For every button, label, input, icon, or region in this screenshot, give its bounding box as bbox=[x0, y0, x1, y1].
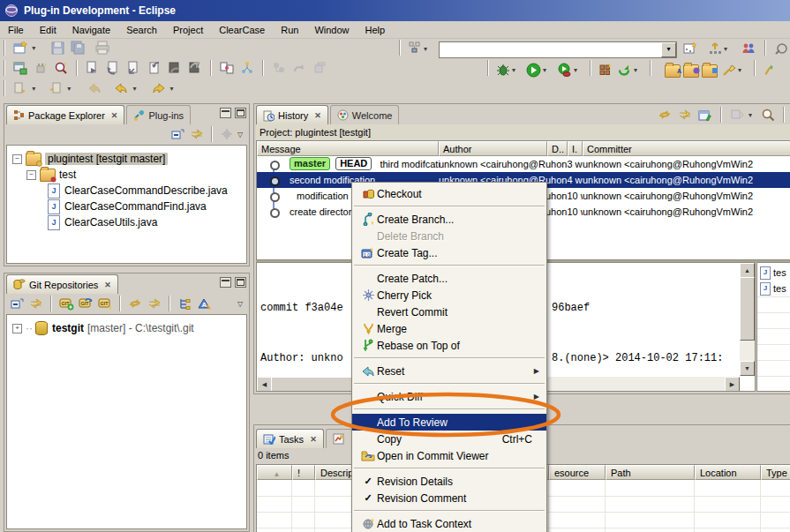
menu-item-create-patch[interactable]: Create Patch... bbox=[352, 270, 546, 287]
column-header-message[interactable]: Message bbox=[257, 141, 439, 156]
refresh-icon[interactable] bbox=[657, 107, 673, 123]
menu-item-checkout[interactable]: Checkout bbox=[352, 185, 546, 202]
tree-item-file[interactable]: J ClearCaseUtils.java bbox=[48, 214, 157, 230]
new-wizard-dropdown-icon[interactable]: ▾ bbox=[32, 44, 40, 52]
tree-item-file[interactable]: J ClearCaseCommandFind.java bbox=[48, 199, 207, 214]
column-header-id[interactable]: I. bbox=[568, 141, 583, 156]
hierarchy-layout-icon[interactable] bbox=[177, 296, 192, 311]
menu-item-add-to-review[interactable]: Add To Review bbox=[352, 414, 546, 431]
doc-convert-icon-5[interactable] bbox=[167, 60, 183, 76]
repository-name[interactable]: testgit bbox=[52, 322, 84, 334]
run-dropdown-icon[interactable]: ▾ bbox=[543, 66, 551, 74]
commit-files-panel[interactable]: J tes J tes bbox=[756, 262, 790, 392]
tab-tasks[interactable]: Tasks ✕ bbox=[256, 429, 324, 448]
menu-item-revision-comment[interactable]: ✓ Revision Comment bbox=[352, 490, 546, 506]
commit-group-dropdown-icon[interactable]: ▾ bbox=[424, 45, 432, 53]
run-button[interactable] bbox=[525, 62, 541, 78]
scrollbar-thumb[interactable] bbox=[740, 277, 755, 341]
grayed-tool-icon-2[interactable] bbox=[291, 60, 307, 76]
open-type-folder-icon[interactable]: A bbox=[665, 63, 681, 79]
tree-item-folder[interactable]: − test bbox=[26, 167, 76, 183]
clipped-toolbar-icon-2[interactable] bbox=[762, 62, 778, 78]
last-edit-location-button[interactable] bbox=[87, 80, 102, 96]
menu-clearcase[interactable]: ClearCase bbox=[211, 23, 273, 37]
branch-name-icon[interactable]: A bbox=[196, 296, 212, 311]
clipped-toolbar-icon-1[interactable] bbox=[772, 41, 788, 56]
menu-item-create-tag[interactable]: 1.0 Create Tag... bbox=[352, 244, 546, 261]
doc-convert-icon-1[interactable] bbox=[85, 60, 101, 76]
maximize-view-icon[interactable] bbox=[235, 277, 246, 288]
vertical-scrollbar[interactable]: ▲ ▼ bbox=[740, 263, 755, 376]
collapse-expander-icon[interactable]: − bbox=[26, 170, 36, 180]
combo-dropdown-icon[interactable]: ▾ bbox=[661, 42, 676, 57]
forward-button[interactable] bbox=[151, 80, 167, 96]
menu-item-reset[interactable]: Reset ▶ bbox=[352, 363, 546, 379]
commit-group-icon[interactable] bbox=[407, 41, 423, 56]
minimize-view-icon[interactable] bbox=[220, 108, 231, 118]
expand-expander-icon[interactable]: + bbox=[12, 324, 22, 333]
tab-history[interactable]: History ✕ bbox=[256, 105, 328, 124]
menu-item-copy[interactable]: Copy Ctrl+C bbox=[352, 431, 546, 447]
filters-icon[interactable] bbox=[219, 126, 235, 142]
link-with-selection-icon[interactable] bbox=[147, 296, 162, 311]
menu-item-create-branch[interactable]: Create Branch... bbox=[352, 211, 546, 228]
commit-file-item[interactable]: J tes bbox=[760, 265, 786, 281]
open-plugin-folder-icon[interactable] bbox=[702, 63, 718, 79]
grayed-tool-icon-1[interactable] bbox=[271, 60, 287, 76]
filter-dropdown-icon[interactable]: ▾ bbox=[749, 111, 756, 119]
folder-label[interactable]: test bbox=[59, 169, 76, 181]
link-with-editor-icon[interactable] bbox=[677, 107, 693, 123]
column-header-location[interactable]: Location bbox=[695, 465, 761, 480]
tab-plugins[interactable]: Plug-ins bbox=[126, 105, 191, 124]
debug-button[interactable] bbox=[495, 62, 511, 78]
compare-docs-icon[interactable] bbox=[219, 60, 235, 76]
minimize-view-icon[interactable] bbox=[220, 277, 231, 288]
history-row-1[interactable]: master HEAD third modifcation unknown <c… bbox=[257, 156, 790, 172]
back-button[interactable] bbox=[113, 80, 129, 96]
create-repository-icon[interactable]: GIT bbox=[97, 296, 113, 311]
format-brush-dropdown-icon[interactable]: ▾ bbox=[738, 66, 746, 74]
menu-item-revision-details[interactable]: ✓ Revision Details bbox=[352, 473, 546, 490]
scroll-up-icon[interactable]: ▲ bbox=[740, 263, 755, 278]
link-with-editor-icon[interactable] bbox=[28, 296, 44, 311]
column-header-path[interactable]: Path bbox=[606, 465, 695, 480]
new-plugin-project-button[interactable] bbox=[12, 60, 28, 76]
column-header-committer[interactable]: Committer bbox=[583, 141, 790, 156]
column-header-priority[interactable]: ! bbox=[292, 465, 315, 480]
collapse-all-icon[interactable] bbox=[169, 126, 185, 142]
close-tab-icon[interactable]: ✕ bbox=[104, 281, 111, 289]
format-brush-icon[interactable] bbox=[721, 62, 737, 78]
save-all-button[interactable] bbox=[70, 40, 86, 56]
tab-git-repositories[interactable]: Git Repositories ✕ bbox=[6, 274, 118, 294]
doc-convert-icon-4[interactable] bbox=[147, 60, 162, 76]
print-button[interactable] bbox=[94, 40, 110, 56]
git-repositories-tree[interactable]: + ·· testgit [master] - C:\testgit\.git bbox=[6, 314, 247, 529]
collapse-expander-icon[interactable]: − bbox=[12, 154, 22, 164]
tree-item-repository[interactable]: + ·· testgit [master] - C:\testgit\.git bbox=[12, 320, 194, 336]
coverage-button[interactable] bbox=[598, 62, 613, 78]
scroll-down-icon[interactable]: ▼ bbox=[740, 361, 755, 376]
doc-convert-icon-3[interactable] bbox=[125, 60, 141, 76]
molecule-icon[interactable] bbox=[239, 60, 255, 76]
project-label[interactable]: plugintest [testgit master] bbox=[45, 153, 168, 165]
close-tab-icon[interactable]: ✕ bbox=[310, 435, 317, 444]
next-annotation-button[interactable] bbox=[12, 80, 28, 96]
save-button[interactable] bbox=[49, 40, 65, 56]
new-wizard-button[interactable] bbox=[12, 40, 28, 56]
search-icon[interactable] bbox=[760, 107, 776, 123]
push-dropdown-icon[interactable]: ▾ bbox=[724, 45, 732, 53]
menu-edit[interactable]: Edit bbox=[32, 23, 64, 37]
open-resource-folder-icon[interactable] bbox=[683, 63, 699, 79]
back-dropdown-icon[interactable]: ▾ bbox=[132, 85, 140, 93]
menu-item-revert-commit[interactable]: Revert Commit bbox=[352, 303, 546, 320]
table-wizard-icon[interactable] bbox=[682, 41, 698, 56]
debug-dropdown-icon[interactable]: ▾ bbox=[512, 66, 520, 74]
menu-help[interactable]: Help bbox=[357, 23, 394, 37]
menu-item-quick-diff[interactable]: Quick Diff ▶ bbox=[352, 388, 546, 405]
grayed-tool-icon-3[interactable] bbox=[312, 60, 327, 76]
menu-run[interactable]: Run bbox=[273, 23, 306, 37]
link-with-editor-icon[interactable] bbox=[189, 126, 205, 142]
quick-access-combo[interactable]: ▾ bbox=[439, 41, 677, 58]
maximize-view-icon[interactable] bbox=[235, 108, 246, 118]
menu-project[interactable]: Project bbox=[165, 23, 211, 37]
